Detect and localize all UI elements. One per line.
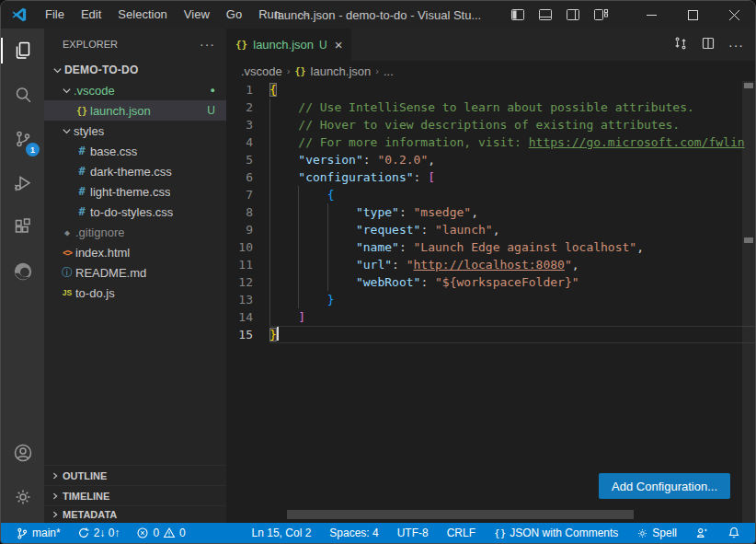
code-editor[interactable]: 1{2 // Use IntelliSense to learn about p… [226, 81, 755, 523]
maximize-button[interactable] [672, 1, 714, 29]
explorer-icon[interactable] [1, 29, 44, 73]
customize-layout-icon[interactable] [593, 7, 608, 22]
toggle-primary-sidebar-icon[interactable] [510, 7, 525, 22]
tree-item-base-css[interactable]: #base.css [44, 141, 226, 161]
menu-edit[interactable]: Edit [73, 1, 109, 29]
tree-item-launch-json[interactable]: {}launch.jsonU [44, 100, 226, 121]
tree-item-readme-md[interactable]: ⓘREADME.md [44, 262, 226, 283]
bell-icon [727, 527, 740, 539]
text-cursor [277, 327, 279, 341]
tree-item--vscode[interactable]: .vscode● [44, 80, 226, 100]
code-line-15[interactable]: 15} [226, 326, 755, 343]
tree-item-styles[interactable]: styles [44, 121, 226, 141]
eol-indicator[interactable]: CRLF [441, 527, 481, 539]
notifications-bell[interactable] [722, 527, 746, 539]
explorer-more-actions-icon[interactable]: ··· [200, 37, 215, 52]
warning-icon [163, 527, 176, 539]
code-line-5[interactable]: 5 "version": "0.2.0", [226, 151, 755, 168]
menu-view[interactable]: View [176, 1, 218, 29]
search-icon[interactable] [1, 73, 44, 117]
code-line-12[interactable]: 12 "webRoot": "${workspaceFolder}" [226, 273, 755, 291]
toggle-panel-icon[interactable] [538, 7, 553, 22]
outline-section[interactable]: OUTLINE [44, 465, 226, 485]
branch-indicator[interactable]: main* [10, 527, 66, 540]
code-line-7[interactable]: 7 { [226, 186, 755, 203]
line-number: 9 [226, 221, 269, 238]
tab-launch-json[interactable]: {} launch.json U × [226, 29, 352, 61]
code-line-13[interactable]: 13 } [226, 291, 755, 308]
breadcrumb: .vscode › {} launch.json › ... [226, 61, 755, 81]
split-editor-icon[interactable] [701, 36, 716, 54]
spell-checker[interactable]: Spell [631, 527, 682, 539]
code-line-2[interactable]: 2 // Use IntelliSense to learn about pos… [226, 98, 755, 116]
indent-guide [298, 238, 299, 256]
indent-guide [298, 273, 299, 291]
indent-guide [327, 256, 328, 273]
cursor-position[interactable]: Ln 15, Col 2 [246, 527, 317, 539]
account-icon[interactable] [1, 431, 44, 475]
code-line-11[interactable]: 11 "url": "http://localhost:8080", [226, 256, 755, 273]
breadcrumb-file[interactable]: launch.json [311, 64, 372, 78]
tree-item-light-theme-css[interactable]: #light-theme.css [44, 181, 226, 202]
code-line-8[interactable]: 8 "type": "msedge", [226, 203, 755, 221]
settings-gear-icon[interactable] [1, 475, 44, 519]
menu-selection[interactable]: Selection [109, 1, 175, 29]
horizontal-scrollbar[interactable] [287, 510, 634, 519]
vertical-scrollbar[interactable] [742, 81, 755, 523]
code-line-4[interactable]: 4 // For more information, visit: https:… [226, 133, 755, 151]
menu-[interactable]: ··· [289, 1, 317, 29]
menu-go[interactable]: Go [218, 1, 250, 29]
indent-guide [327, 273, 328, 291]
overview-ruler-mark [744, 237, 753, 243]
breadcrumb-folder[interactable]: .vscode [241, 64, 282, 78]
add-configuration-button[interactable]: Add Configuration... [599, 473, 730, 499]
indent-guide [269, 273, 270, 291]
code-line-14[interactable]: 14 ] [226, 308, 755, 326]
feedback-indicator[interactable] [690, 527, 715, 539]
open-changes-icon[interactable] [673, 36, 688, 54]
indent-guide [269, 291, 270, 308]
source-control-badge: 1 [26, 143, 40, 156]
sync-indicator[interactable]: 2↓ 0↑ [72, 527, 126, 539]
timeline-section[interactable]: TIMELINE [44, 485, 226, 505]
tree-item-index-html[interactable]: <>index.html [44, 242, 226, 262]
line-number: 2 [226, 98, 269, 116]
minimize-button[interactable] [631, 1, 672, 29]
editor-more-actions-icon[interactable]: ··· [728, 38, 744, 52]
menu-run[interactable]: Run [250, 1, 289, 29]
code-line-10[interactable]: 10 "name": "Launch Edge against localhos… [226, 238, 755, 256]
indent-guide [327, 203, 328, 221]
breadcrumb-symbol[interactable]: ... [384, 64, 394, 78]
tree-item--gitignore[interactable]: ◆.gitignore [44, 222, 226, 242]
extensions-icon[interactable] [1, 205, 44, 249]
encoding-indicator[interactable]: UTF-8 [392, 527, 434, 539]
toggle-secondary-sidebar-icon[interactable] [566, 7, 580, 22]
indentation-indicator[interactable]: Spaces: 4 [324, 527, 384, 539]
tab-close-icon[interactable]: × [335, 37, 343, 52]
source-control-icon[interactable]: 1 [1, 117, 44, 161]
metadata-section[interactable]: METADATA [44, 505, 226, 523]
file-tree: DEMO-TO-DO.vscode●{}launch.jsonUstyles#b… [44, 60, 226, 303]
run-debug-icon[interactable] [1, 161, 44, 205]
close-button[interactable] [714, 1, 755, 29]
code-line-9[interactable]: 9 "request": "launch", [226, 221, 755, 238]
indent-guide [298, 291, 299, 308]
indent-guide [269, 221, 270, 238]
tree-item-demo-to-do[interactable]: DEMO-TO-DO [44, 60, 226, 80]
tree-item-to-do-styles-css[interactable]: #to-do-styles.css [44, 202, 226, 222]
edge-devtools-icon[interactable] [1, 249, 44, 294]
line-number: 5 [226, 151, 269, 168]
title-bar: FileEditSelectionViewGoRun··· launch.jso… [1, 1, 755, 29]
tree-item-dark-theme-css[interactable]: #dark-theme.css [44, 161, 226, 181]
problems-indicator[interactable]: 0 0 [131, 527, 190, 539]
chevron-down-icon [50, 65, 64, 75]
code-line-3[interactable]: 3 // Hover to view descriptions of exist… [226, 116, 755, 133]
code-line-6[interactable]: 6 "configurations": [ [226, 168, 755, 186]
indent-guide [269, 256, 270, 273]
menu-file[interactable]: File [37, 1, 73, 29]
tree-item-to-do-js[interactable]: JSto-do.js [44, 283, 226, 303]
error-icon [136, 527, 149, 539]
indent-guide [269, 238, 270, 256]
code-line-1[interactable]: 1{ [226, 81, 755, 98]
language-mode[interactable]: {} JSON with Comments [488, 527, 624, 539]
